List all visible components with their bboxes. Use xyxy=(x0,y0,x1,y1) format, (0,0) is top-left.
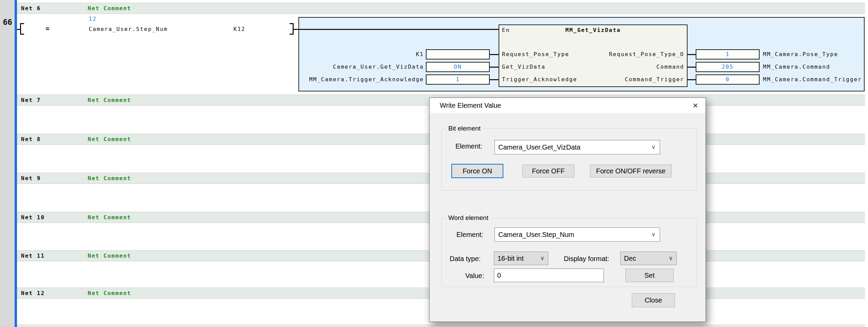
net-label: Net 9 xyxy=(21,173,41,184)
wire xyxy=(490,79,499,80)
fb-input-value-box[interactable] xyxy=(426,49,490,59)
fb-output-operand[interactable]: MM_Camera.Command xyxy=(763,64,830,70)
fb-input-pin: Trigger_Acknowledge xyxy=(502,76,577,83)
net-label: Net 12 xyxy=(21,288,45,298)
net-header-6[interactable]: Net 6 Net Comment xyxy=(17,3,865,14)
wire xyxy=(688,54,696,55)
net-comment[interactable]: Net Comment xyxy=(88,95,131,105)
compare-contact-left-bracket[interactable] xyxy=(20,23,24,35)
wire xyxy=(490,54,499,55)
fb-output-value-box[interactable]: 1 xyxy=(696,49,760,59)
fb-input-operand[interactable]: MM_Camera.Trigger_Acknowledge xyxy=(300,76,424,83)
force-on-off-reverse-button[interactable]: Force ON/OFF reverse xyxy=(590,165,672,177)
net-header-partial xyxy=(17,325,865,327)
fb-input-operand[interactable]: Camera_User.Get_VizData xyxy=(300,64,424,70)
fb-input-operand[interactable]: K1 xyxy=(300,51,424,57)
value-input[interactable]: 0 xyxy=(494,269,604,282)
wire xyxy=(17,29,20,30)
data-type-dropdown[interactable]: 16-bit int ∨ xyxy=(494,252,548,265)
write-element-value-dialog: Write Element Value × Bit element Elemen… xyxy=(429,98,706,322)
net-comment[interactable]: Net Comment xyxy=(88,173,131,184)
fb-input-value-box[interactable]: ON xyxy=(426,62,490,72)
display-format-value: Dec xyxy=(624,255,636,262)
net-label: Net 8 xyxy=(21,134,41,144)
ladder-editor-screen: 66 Net 6 Net Comment Net 7 Net Comment N… xyxy=(0,0,868,327)
close-icon[interactable]: × xyxy=(690,100,701,111)
dialog-title-bar[interactable]: Write Element Value × xyxy=(430,98,706,113)
compare-operator: = xyxy=(46,25,50,32)
bit-element-combobox-value: Camera_User.Get_VizData xyxy=(498,143,580,151)
word-element-group-label: Word element xyxy=(446,214,490,222)
word-element-group: Word element Element: Camera_User.Step_N… xyxy=(441,218,697,287)
fb-input-pin: Get_VizData xyxy=(502,64,545,70)
chevron-down-icon[interactable]: ∨ xyxy=(652,228,656,241)
net-label: Net 11 xyxy=(21,251,45,261)
display-format-label: Display format: xyxy=(564,255,609,263)
wire xyxy=(294,29,298,30)
contact-operand2[interactable]: K12 xyxy=(233,26,245,33)
wire xyxy=(688,79,696,80)
chevron-down-icon[interactable]: ∨ xyxy=(540,252,544,265)
word-element-combobox-value: Camera_User.Step_Num xyxy=(498,231,574,238)
wire xyxy=(299,29,499,30)
fb-output-value-box[interactable]: 0 xyxy=(696,74,760,85)
fb-output-pin: Command xyxy=(657,64,684,70)
data-type-label: Data type: xyxy=(450,255,481,263)
bit-element-combobox[interactable]: Camera_User.Get_VizData ∨ xyxy=(494,140,660,154)
chevron-down-icon[interactable]: ∨ xyxy=(652,140,656,154)
force-off-button[interactable]: Force OFF xyxy=(522,165,574,177)
net-comment[interactable]: Net Comment xyxy=(88,288,131,298)
bit-element-group-label: Bit element xyxy=(446,125,483,132)
fb-output-pin: Request_Pose_Type_O xyxy=(609,51,684,57)
net-label: Net 7 xyxy=(21,95,41,105)
dialog-title: Write Element Value xyxy=(440,98,501,113)
force-on-button[interactable]: Force ON xyxy=(451,164,503,178)
fb-title: MM_Get_VizData xyxy=(499,27,687,33)
chevron-down-icon[interactable]: ∨ xyxy=(669,252,673,265)
fb-output-pin: Command_Trigger xyxy=(625,76,684,83)
left-gutter xyxy=(0,0,15,327)
set-button[interactable]: Set xyxy=(625,269,674,282)
net-comment[interactable]: Net Comment xyxy=(88,212,131,223)
fb-output-operand[interactable]: MM_Camera.Pose_Type xyxy=(763,51,838,57)
word-element-label: Element: xyxy=(456,231,483,239)
wire xyxy=(688,67,696,68)
bit-element-label: Element: xyxy=(455,142,482,150)
data-type-value: 16-bit int xyxy=(498,255,524,262)
net-comment[interactable]: Net Comment xyxy=(88,3,131,14)
word-element-combobox[interactable]: Camera_User.Step_Num ∨ xyxy=(494,227,660,242)
contact-monitor-value: 12 xyxy=(89,16,97,22)
close-button[interactable]: Close xyxy=(632,293,675,307)
contact-operand1[interactable]: Camera_User.Step_Num xyxy=(89,26,168,33)
net-label: Net 10 xyxy=(21,212,45,223)
bit-element-group: Bit element Element: Camera_User.Get_Viz… xyxy=(441,128,697,191)
fb-output-operand[interactable]: MM_Camera.Command_Trigger xyxy=(763,76,862,83)
display-format-dropdown[interactable]: Dec ∨ xyxy=(620,252,677,265)
net-label: Net 6 xyxy=(21,3,41,14)
wire xyxy=(490,67,499,68)
value-label: Value: xyxy=(465,272,484,280)
fb-input-value-box[interactable]: 1 xyxy=(426,74,490,85)
net-comment[interactable]: Net Comment xyxy=(88,251,131,261)
selected-rung-region[interactable]: K1 Camera_User.Get_VizData MM_Camera.Tri… xyxy=(298,17,865,91)
compare-contact-right-bracket[interactable] xyxy=(290,23,294,35)
fb-input-pin: Request_Pose_Type xyxy=(502,51,569,57)
power-rail xyxy=(15,0,17,327)
function-block[interactable]: En MM_Get_VizData Request_Pose_Type Get_… xyxy=(499,24,688,87)
rung-number: 66 xyxy=(1,18,14,27)
fb-output-value-box[interactable]: 205 xyxy=(696,62,760,72)
net-comment[interactable]: Net Comment xyxy=(88,134,131,144)
